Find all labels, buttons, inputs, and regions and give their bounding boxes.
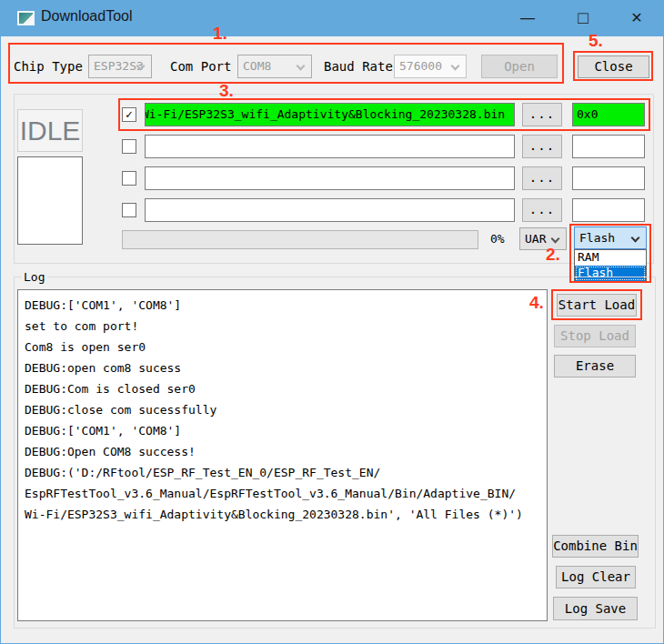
start-load-button[interactable]: Start Load (557, 294, 637, 317)
downloadtool-window: DownloadTool — □ ✕ Chip Type ESP32S3 Com… (0, 0, 664, 644)
baud-rate-value: 576000 (399, 59, 442, 73)
file-checkbox[interactable] (122, 139, 136, 154)
minimize-icon[interactable]: — (507, 0, 548, 36)
progress-percent: 0% (490, 228, 505, 250)
close-window-icon[interactable]: ✕ (616, 0, 658, 36)
baud-rate-select[interactable]: 576000 (394, 55, 467, 78)
browse-button[interactable]: ... (522, 103, 562, 126)
file-checkbox[interactable] (122, 171, 136, 186)
status-indicator: IDLE (17, 109, 83, 152)
file-path-field[interactable] (145, 198, 515, 222)
browse-button[interactable]: ... (522, 198, 562, 222)
stop-load-button[interactable]: Stop Load (554, 325, 636, 347)
erase-button[interactable]: Erase (554, 355, 636, 377)
chip-type-label: Chip Type (14, 55, 83, 78)
com-port-select[interactable]: COM8 (237, 55, 312, 78)
log-clear-button[interactable]: Log Clear (556, 566, 636, 589)
browse-button[interactable]: ... (522, 166, 562, 190)
chevron-down-icon (297, 62, 306, 71)
browse-button[interactable]: ... (522, 135, 562, 158)
info-box (17, 156, 83, 245)
address-field[interactable]: 0x0 (572, 103, 645, 126)
com-port-label: Com Port (170, 55, 231, 78)
interface-value: UAR (525, 232, 546, 246)
open-button[interactable]: Open (481, 55, 558, 78)
com-port-value: COM8 (243, 59, 271, 73)
file-path-field[interactable] (145, 135, 515, 158)
close-button[interactable]: Close (578, 55, 649, 78)
log-group-label: Log (21, 270, 47, 284)
chevron-down-icon (551, 235, 560, 244)
baud-rate-label: Baud Rate (324, 55, 393, 78)
mode-option-ram[interactable]: RAM (575, 250, 646, 266)
log-save-button[interactable]: Log Save (553, 597, 638, 620)
interface-select[interactable]: UAR (519, 227, 567, 250)
file-path-field[interactable] (145, 166, 515, 190)
chevron-down-icon (631, 234, 640, 243)
app-icon (17, 11, 35, 25)
titlebar: DownloadTool — □ ✕ (1, 0, 664, 36)
chevron-down-icon (451, 62, 460, 71)
maximize-icon[interactable]: □ (562, 0, 604, 36)
combine-bin-button[interactable]: Combine Bin (552, 535, 639, 558)
window-title: DownloadTool (41, 8, 133, 25)
mode-value: Flash (579, 231, 615, 245)
address-field[interactable] (572, 166, 645, 190)
mode-select[interactable]: Flash (574, 226, 647, 249)
address-field[interactable] (572, 135, 645, 158)
chip-type-select[interactable]: ESP32S3 (88, 55, 152, 78)
file-checkbox[interactable] (122, 203, 136, 217)
log-textarea[interactable]: DEBUG:['COM1', 'COM8'] set to com port! … (17, 289, 548, 621)
file-path-field[interactable]: Wi-Fi/ESP32S3_wifi_Adaptivity&Blocking_2… (145, 103, 515, 126)
progress-bar (122, 230, 478, 249)
address-field[interactable] (572, 198, 645, 222)
file-checkbox[interactable]: ✓ (122, 107, 136, 122)
